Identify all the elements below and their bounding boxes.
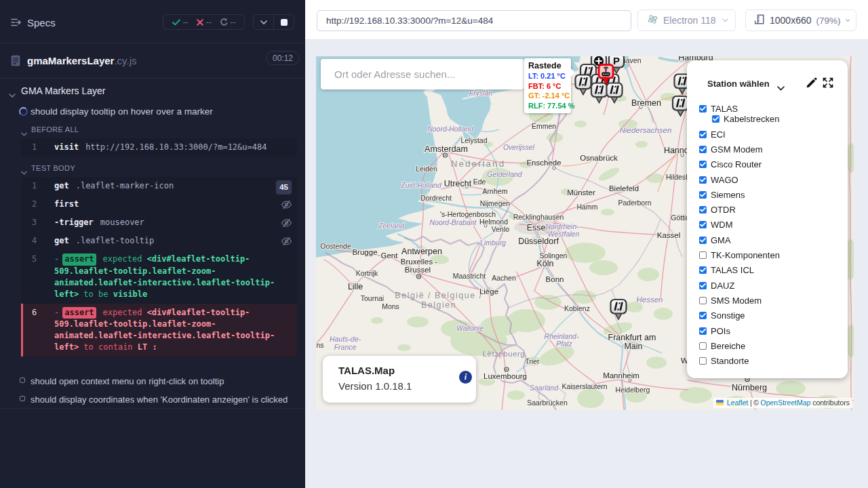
checked-checkbox[interactable] — [699, 176, 707, 184]
checked-checkbox[interactable] — [699, 161, 707, 168]
map-label: Maastricht — [453, 272, 486, 280]
chevron-down-icon[interactable] — [777, 81, 785, 94]
layer-checkbox-cisco-router[interactable]: Cisco Router — [699, 159, 762, 170]
layer-checkbox-sms-modem[interactable]: SMS Modem — [699, 295, 762, 306]
checked-checkbox[interactable] — [712, 115, 719, 123]
map-label: Fryslân — [469, 89, 493, 97]
layer-checkbox-otdr[interactable]: OTDR — [699, 205, 736, 216]
layer-checkbox-wago[interactable]: WAGO — [699, 174, 738, 185]
command-message: mouseover — [100, 218, 144, 227]
check-icon — [172, 16, 180, 28]
layer-checkbox-sonstige[interactable]: Sonstige — [699, 310, 745, 321]
checked-checkbox[interactable] — [699, 312, 707, 319]
command-name: get — [54, 236, 69, 245]
station-panel-title: Station wählen — [707, 79, 770, 89]
edit-pencil-icon[interactable] — [806, 77, 817, 92]
command-row[interactable]: 1get.leaflet-marker-icon45 — [21, 177, 297, 195]
command-row[interactable]: 4get.leaflet-tooltip — [21, 232, 297, 250]
specs-menu-icon[interactable] — [11, 18, 21, 30]
expand-icon[interactable] — [823, 77, 833, 91]
layer-checkbox-gsm-modem[interactable]: GSM Modem — [699, 144, 763, 155]
layer-checkbox-wdm[interactable]: WDM — [699, 220, 733, 230]
electron-icon — [648, 14, 658, 27]
suite-title: GMA Markers Layer — [21, 85, 105, 96]
unchecked-checkbox[interactable] — [699, 297, 707, 304]
map-label: Bonn — [546, 275, 564, 283]
layer-label: TALAS — [711, 104, 738, 114]
stop-run-button[interactable] — [273, 15, 294, 29]
layer-checkbox-tk-komponenten[interactable]: TK-Komponenten — [699, 250, 780, 261]
layer-checkbox-pois[interactable]: POIs — [699, 325, 730, 336]
unchecked-checkbox[interactable] — [699, 357, 707, 365]
viewport-select[interactable]: 1000x660 (79%) — [745, 9, 856, 31]
command-row[interactable]: 2first — [21, 195, 297, 214]
map-search-input[interactable] — [334, 68, 517, 80]
map-label: Dordrecht — [420, 194, 452, 202]
layer-checkbox-kabelstrecken[interactable]: Kabelstrecken — [712, 114, 779, 125]
spec-duration-badge: 00:12 — [266, 51, 300, 65]
checked-checkbox[interactable] — [699, 327, 707, 335]
refresh-icon — [220, 16, 228, 28]
stop-icon — [281, 19, 288, 26]
map-search-box — [321, 59, 524, 89]
browser-select[interactable]: Electron 118 — [637, 9, 736, 31]
map-label: Brugge — [352, 248, 377, 256]
command-row[interactable]: 6-assertexpected <div#leaflet-tooltip-50… — [21, 304, 297, 357]
checked-checkbox[interactable] — [699, 221, 707, 228]
command-number: 6 — [32, 307, 52, 319]
pending-test-row[interactable]: should open context menu on right-click … — [0, 373, 305, 391]
checked-checkbox[interactable] — [699, 282, 707, 289]
stat-refresh: -- — [220, 16, 236, 28]
checked-checkbox[interactable] — [699, 206, 707, 214]
map-label: Utrecht — [444, 179, 472, 188]
command-number: 4 — [32, 235, 52, 247]
url-input[interactable]: http://192.168.10.33:3000/?m=12&u=484 — [317, 10, 631, 31]
copyright-symbol: © — [753, 399, 759, 407]
checked-checkbox[interactable] — [699, 131, 707, 138]
checked-checkbox[interactable] — [699, 237, 707, 244]
map-label: Lille — [348, 282, 363, 291]
layer-checkbox-standorte[interactable]: Standorte — [699, 356, 749, 367]
leaflet-link[interactable]: Leaflet — [727, 399, 749, 407]
layer-checkbox-bereiche[interactable]: Bereiche — [699, 340, 745, 351]
active-test-row[interactable]: should display tooltip on hover over a m… — [0, 103, 305, 123]
pending-test-row[interactable]: should display coordinates when 'Koordin… — [0, 391, 305, 409]
command-message: http://192.168.10.33:3000/?m=12&u=484 — [85, 142, 267, 152]
collapse-tests-button[interactable] — [254, 15, 273, 29]
spec-row[interactable]: gmaMarkersLayer.cy.js 00:12 — [0, 43, 305, 79]
osm-link[interactable]: OpenStreetMap — [761, 399, 811, 407]
about-card: TALAS.Map Version 1.0.18.1 i — [323, 356, 476, 403]
command-row[interactable]: 3-triggermouseover — [21, 214, 297, 232]
hidden-eye-icon — [281, 200, 292, 213]
layer-checkbox-dauz[interactable]: DAUZ — [699, 280, 734, 291]
suite-row[interactable]: GMA Markers Layer — [0, 79, 305, 103]
tooltip-measurement: FBT: 6 °C — [528, 81, 571, 92]
station-panel: Station wählen TALASKabelstreckenECIG — [687, 60, 848, 378]
map-label: Bruxelles - — [401, 258, 437, 266]
checked-checkbox[interactable] — [699, 146, 707, 153]
tooltip-station-name: Rastede — [528, 61, 571, 71]
layer-checkbox-talas[interactable]: TALAS — [699, 104, 738, 115]
map-label: Gent — [381, 251, 399, 260]
unchecked-checkbox[interactable] — [699, 251, 707, 259]
command-row[interactable]: 1visithttp://192.168.10.33:3000/?m=12&u=… — [21, 138, 297, 157]
map-label: Osnabrück — [580, 154, 618, 162]
layer-checkbox-gma[interactable]: GMA — [699, 235, 731, 245]
map-label: Solingen — [540, 251, 568, 260]
checked-checkbox[interactable] — [699, 105, 707, 113]
layer-checkbox-talas-icl[interactable]: TALAS ICL — [699, 265, 754, 276]
info-icon[interactable]: i — [459, 371, 472, 384]
command-row[interactable]: 5-assertexpected <div#leaflet-tooltip-50… — [21, 250, 297, 303]
unchecked-checkbox[interactable] — [699, 342, 707, 350]
layer-label: TK-Komponenten — [711, 250, 780, 260]
tooltip-measurement: LT: 0.21 °C — [528, 71, 571, 81]
layer-checkbox-eci[interactable]: ECI — [699, 129, 726, 140]
commands-before-all: 1visithttp://192.168.10.33:3000/?m=12&u=… — [21, 138, 297, 157]
attribution-text: contributors — [812, 399, 850, 407]
checked-checkbox[interactable] — [699, 266, 707, 274]
layer-checkbox-siemens[interactable]: Siemens — [699, 189, 745, 200]
spec-file-icon — [11, 55, 20, 69]
leaflet-map[interactable]: P — [316, 56, 854, 410]
checked-checkbox[interactable] — [699, 191, 707, 199]
map-label: Mons — [382, 302, 399, 310]
